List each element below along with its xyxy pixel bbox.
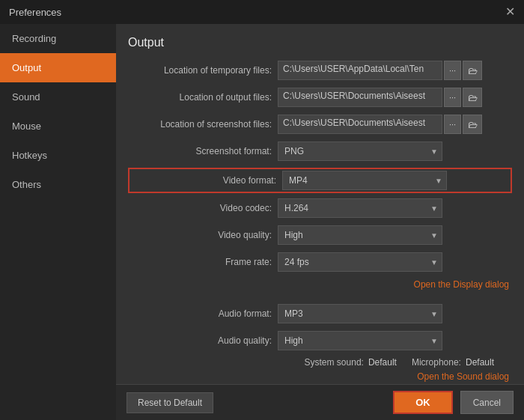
screenshot-files-control: C:\Users\USER\Documents\Aiseest ··· 🗁 bbox=[278, 115, 512, 134]
output-files-row: Location of output files: C:\Users\USER\… bbox=[128, 87, 512, 108]
screenshot-files-row: Location of screenshot files: C:\Users\U… bbox=[128, 114, 512, 135]
screenshot-format-row: Screenshot format: PNG JPG BMP ▼ bbox=[128, 141, 512, 162]
temp-files-control: C:\Users\USER\AppData\Local\Ten ··· 🗁 bbox=[278, 61, 512, 80]
ok-button[interactable]: OK bbox=[393, 391, 453, 414]
video-codec-control: H.264 H.265 MPEG4 ▼ bbox=[278, 198, 512, 218]
reset-to-default-button[interactable]: Reset to Default bbox=[127, 392, 213, 413]
content-area: Recording Output Sound Mouse Hotkeys Oth… bbox=[0, 24, 524, 420]
system-microphone-row: System sound: Default Microphone: Defaul… bbox=[128, 357, 512, 368]
audio-format-label: Audio format: bbox=[128, 308, 278, 319]
audio-quality-label: Audio quality: bbox=[128, 335, 278, 346]
sidebar-item-recording[interactable]: Recording bbox=[0, 24, 116, 53]
screenshot-files-label: Location of screenshot files: bbox=[128, 119, 278, 130]
video-codec-row: Video codec: H.264 H.265 MPEG4 ▼ bbox=[128, 198, 512, 219]
video-format-select[interactable]: MP4 AVI MOV WMV FLV MKV bbox=[282, 171, 447, 190]
audio-quality-row: Audio quality: High Medium Low ▼ bbox=[128, 330, 512, 351]
video-quality-select-wrap: High Medium Low ▼ bbox=[278, 225, 442, 245]
screenshot-format-select-wrap: PNG JPG BMP ▼ bbox=[278, 141, 442, 161]
frame-rate-label: Frame rate: bbox=[128, 257, 278, 267]
temp-files-folder-button[interactable]: 🗁 bbox=[463, 61, 482, 80]
preferences-window: Preferences ✕ Recording Output Sound Mou… bbox=[0, 0, 524, 420]
audio-format-row: Audio format: MP3 AAC WAV FLAC ▼ bbox=[128, 303, 512, 324]
open-sound-dialog-link[interactable]: Open the Sound dialog bbox=[417, 371, 509, 382]
window-title: Preferences bbox=[9, 7, 61, 18]
sidebar-item-output[interactable]: Output bbox=[0, 53, 116, 82]
open-display-dialog-link[interactable]: Open the Display dialog bbox=[414, 279, 509, 290]
screenshot-files-path[interactable]: C:\Users\USER\Documents\Aiseest bbox=[278, 115, 442, 134]
audio-quality-select[interactable]: High Medium Low bbox=[278, 331, 442, 350]
output-files-label: Location of output files: bbox=[128, 92, 278, 103]
video-codec-select[interactable]: H.264 H.265 MPEG4 bbox=[278, 198, 442, 218]
sidebar-item-mouse[interactable]: Mouse bbox=[0, 112, 116, 141]
display-dialog-row: Open the Display dialog bbox=[128, 279, 512, 290]
video-format-control: MP4 AVI MOV WMV FLV MKV ▼ bbox=[282, 171, 508, 190]
temp-files-label: Location of temporary files: bbox=[128, 65, 278, 76]
main-panel: Output Location of temporary files: C:\U… bbox=[116, 24, 524, 420]
sound-dialog-row: Open the Sound dialog bbox=[128, 371, 512, 382]
screenshot-format-select[interactable]: PNG JPG BMP bbox=[278, 141, 442, 161]
audio-format-select-wrap: MP3 AAC WAV FLAC ▼ bbox=[278, 304, 442, 323]
system-sound-value: Default bbox=[368, 357, 397, 368]
video-format-label: Video format: bbox=[132, 175, 282, 186]
sidebar: Recording Output Sound Mouse Hotkeys Oth… bbox=[0, 24, 116, 420]
video-quality-control: High Medium Low ▼ bbox=[278, 225, 512, 245]
video-quality-label: Video quality: bbox=[128, 230, 278, 240]
audio-quality-control: High Medium Low ▼ bbox=[278, 331, 512, 350]
screenshot-format-label: Screenshot format: bbox=[128, 146, 278, 156]
output-files-dots-button[interactable]: ··· bbox=[444, 88, 461, 107]
video-format-select-wrap: MP4 AVI MOV WMV FLV MKV ▼ bbox=[282, 171, 447, 190]
output-files-path[interactable]: C:\Users\USER\Documents\Aiseest bbox=[278, 88, 442, 107]
panel-content: Output Location of temporary files: C:\U… bbox=[116, 24, 524, 384]
bottom-bar: Reset to Default OK Cancel bbox=[116, 384, 524, 420]
microphone-value: Default bbox=[466, 357, 494, 368]
frame-rate-row: Frame rate: 24 fps 30 fps 60 fps ▼ bbox=[128, 252, 512, 273]
close-button[interactable]: ✕ bbox=[505, 6, 515, 18]
output-files-control: C:\Users\USER\Documents\Aiseest ··· 🗁 bbox=[278, 88, 512, 107]
sidebar-item-hotkeys[interactable]: Hotkeys bbox=[0, 141, 116, 170]
video-format-row: Video format: MP4 AVI MOV WMV FLV MKV bbox=[128, 168, 512, 193]
video-quality-row: Video quality: High Medium Low ▼ bbox=[128, 225, 512, 246]
video-codec-label: Video codec: bbox=[128, 203, 278, 213]
bottom-right-buttons: OK Cancel bbox=[393, 391, 514, 414]
sidebar-item-sound[interactable]: Sound bbox=[0, 82, 116, 112]
temp-files-path[interactable]: C:\Users\USER\AppData\Local\Ten bbox=[278, 61, 442, 80]
frame-rate-select[interactable]: 24 fps 30 fps 60 fps bbox=[278, 252, 442, 272]
folder-icon: 🗁 bbox=[468, 65, 478, 76]
frame-rate-select-wrap: 24 fps 30 fps 60 fps ▼ bbox=[278, 252, 442, 272]
folder-icon-3: 🗁 bbox=[468, 119, 478, 130]
audio-format-control: MP3 AAC WAV FLAC ▼ bbox=[278, 304, 512, 323]
sidebar-item-others[interactable]: Others bbox=[0, 170, 116, 199]
system-sound-label: System sound: bbox=[305, 357, 364, 368]
frame-rate-control: 24 fps 30 fps 60 fps ▼ bbox=[278, 252, 512, 272]
output-section-title: Output bbox=[128, 36, 512, 49]
temp-files-dots-button[interactable]: ··· bbox=[444, 61, 461, 80]
cancel-button[interactable]: Cancel bbox=[460, 391, 514, 414]
temp-files-row: Location of temporary files: C:\Users\US… bbox=[128, 60, 512, 81]
video-quality-select[interactable]: High Medium Low bbox=[278, 225, 442, 245]
folder-icon-2: 🗁 bbox=[468, 92, 478, 103]
audio-quality-select-wrap: High Medium Low ▼ bbox=[278, 331, 442, 350]
screenshot-files-dots-button[interactable]: ··· bbox=[444, 115, 461, 134]
microphone-label: Microphone: bbox=[412, 357, 461, 368]
video-codec-select-wrap: H.264 H.265 MPEG4 ▼ bbox=[278, 198, 442, 218]
title-bar: Preferences ✕ bbox=[0, 0, 524, 24]
screenshot-files-folder-button[interactable]: 🗁 bbox=[463, 115, 482, 134]
screenshot-format-control: PNG JPG BMP ▼ bbox=[278, 141, 512, 161]
output-files-folder-button[interactable]: 🗁 bbox=[463, 88, 482, 107]
audio-format-select[interactable]: MP3 AAC WAV FLAC bbox=[278, 304, 442, 323]
